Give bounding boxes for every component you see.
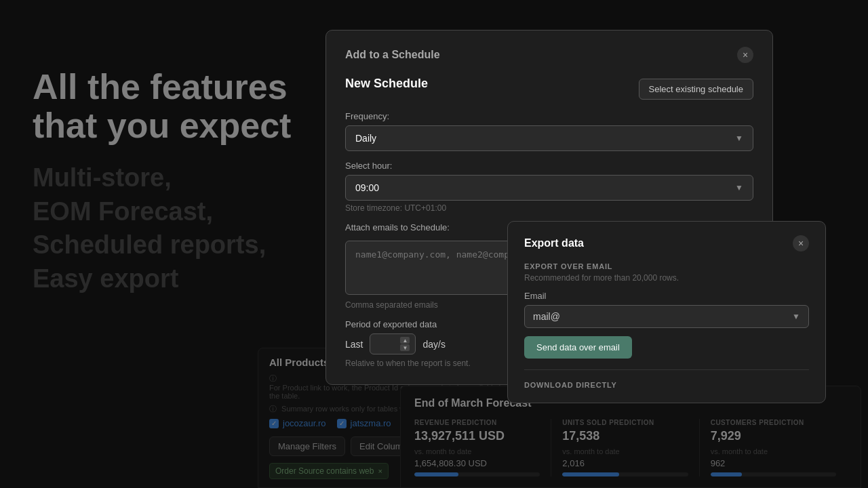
export-over-email-section: EXPORT OVER EMAIL Recommended for more t… bbox=[524, 262, 809, 359]
export-over-email-title: EXPORT OVER EMAIL bbox=[524, 262, 809, 270]
period-increment-button[interactable]: ▲ bbox=[400, 337, 410, 344]
send-data-over-email-button[interactable]: Send data over email bbox=[524, 336, 632, 359]
select-hour-select[interactable]: 09:00 ▼ bbox=[345, 175, 753, 201]
email-input-row[interactable]: mail@ ▼ bbox=[524, 305, 809, 328]
select-existing-button[interactable]: Select existing schedule bbox=[639, 79, 753, 100]
period-input[interactable]: 1 ▲ ▼ bbox=[370, 333, 416, 354]
schedule-modal-header: Add to a Schedule × bbox=[345, 47, 753, 63]
frequency-arrow-icon: ▼ bbox=[735, 134, 743, 143]
timezone-note: Store timezone: UTC+01:00 bbox=[345, 203, 753, 213]
export-modal-header: Export data × bbox=[524, 235, 809, 251]
download-directly-title: DOWNLOAD DIRECTLY bbox=[524, 381, 809, 389]
select-hour-label: Select hour: bbox=[345, 161, 753, 171]
schedule-modal-close-button[interactable]: × bbox=[737, 47, 753, 63]
period-value-input[interactable]: 1 bbox=[376, 339, 397, 350]
period-prefix: Last bbox=[345, 339, 363, 350]
export-modal: Export data × EXPORT OVER EMAIL Recommen… bbox=[507, 221, 826, 403]
schedule-modal-header-title: Add to a Schedule bbox=[345, 49, 440, 61]
schedule-section-title: New Schedule bbox=[345, 77, 428, 91]
select-hour-value: 09:00 bbox=[355, 182, 379, 193]
period-spinners: ▲ ▼ bbox=[400, 337, 410, 351]
frequency-value: Daily bbox=[355, 133, 376, 144]
select-hour-arrow-icon: ▼ bbox=[735, 183, 743, 192]
export-modal-title: Export data bbox=[524, 237, 584, 249]
email-chevron-icon: ▼ bbox=[792, 312, 800, 321]
frequency-select[interactable]: Daily ▼ bbox=[345, 125, 753, 151]
period-unit: day/s bbox=[422, 339, 445, 350]
email-field-label: Email bbox=[524, 291, 809, 301]
period-decrement-button[interactable]: ▼ bbox=[400, 344, 410, 351]
schedule-modal-top-row: New Schedule Select existing schedule bbox=[345, 77, 753, 102]
export-divider bbox=[524, 369, 809, 370]
email-input-value: mail@ bbox=[533, 311, 560, 322]
frequency-label: Frequency: bbox=[345, 111, 753, 121]
export-over-email-desc: Recommended for more than 20,000 rows. bbox=[524, 273, 809, 283]
export-modal-close-button[interactable]: × bbox=[793, 235, 809, 251]
